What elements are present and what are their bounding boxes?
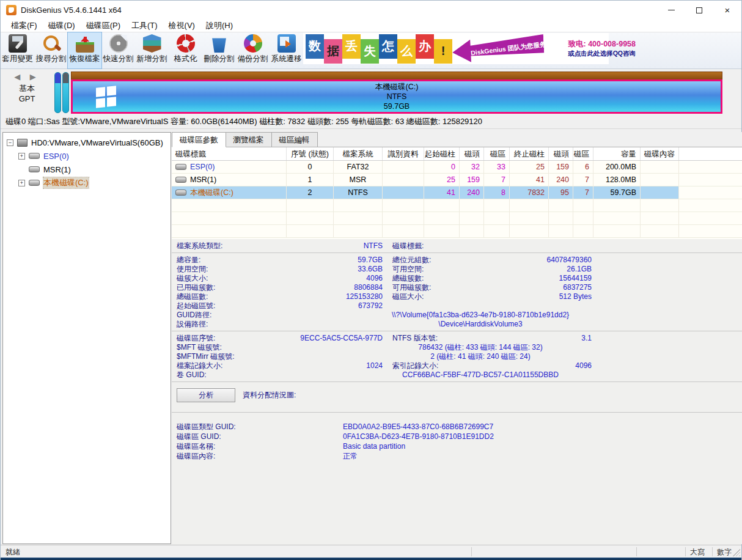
resize-grip[interactable]	[733, 549, 740, 556]
disk-type-label: 基本	[1, 83, 53, 94]
menu-item-3[interactable]: 工具(T)	[126, 19, 163, 32]
column-header[interactable]: 起始磁柱	[424, 147, 460, 160]
cell-content	[641, 161, 679, 173]
menu-item-4[interactable]: 檢視(V)	[163, 19, 200, 32]
close-button[interactable]: ×	[713, 1, 741, 20]
search-partition-icon	[42, 34, 61, 53]
system-migrate-button[interactable]: 系統遷移	[270, 32, 303, 68]
column-header[interactable]: 磁頭	[460, 147, 484, 160]
ad-qq-link[interactable]: 或点击此处选择QQ咨询	[544, 50, 636, 58]
partition-capsule-msr[interactable]	[62, 72, 69, 113]
tree-item-esp[interactable]: +ESP(0)	[3, 149, 171, 163]
minimize-button[interactable]	[657, 1, 685, 20]
detail-label: 索引記錄大小:	[383, 361, 474, 370]
quick-partition-button[interactable]: 快速分割	[101, 32, 135, 68]
cell-fs: FAT32	[334, 161, 383, 173]
tree-item-label: 本機磁碟(C:)	[43, 177, 89, 188]
table-row-local-c[interactable]: 本機磁碟(C:)2NTFS412408783295759.7GB	[172, 186, 742, 199]
expand-icon[interactable]: +	[18, 153, 25, 160]
table-row-msr[interactable]: MSR(1)1MSR251597412407128.0MB	[172, 174, 742, 186]
tab-sector-edit[interactable]: 磁區編輯	[272, 132, 318, 147]
delete-partition-icon	[210, 34, 229, 53]
analyze-button[interactable]: 分析	[177, 388, 235, 402]
empty-cell	[484, 225, 510, 237]
partition-icon	[175, 190, 186, 196]
ad-arrow: DiskGenius 团队为您服务	[452, 36, 544, 62]
menu-item-2[interactable]: 磁碟區(P)	[81, 19, 126, 32]
disk-strip[interactable]	[71, 72, 722, 80]
status-ready: 就緒	[6, 547, 20, 558]
column-header[interactable]: 容量	[593, 147, 641, 160]
empty-cell	[460, 212, 484, 224]
menu-item-5[interactable]: 說明(H)	[200, 19, 238, 32]
empty-cell	[460, 199, 484, 212]
detail-row: 卷 GUID:CCF66BAC-F5BF-477D-BC57-C1A01155D…	[172, 370, 742, 380]
empty-cell	[334, 212, 383, 224]
apply-changes-button[interactable]: 套用變更	[1, 32, 34, 68]
detail-label: GUID路徑:	[172, 311, 276, 320]
ad-banner[interactable]: 数据丢失怎么办! DiskGenius 团队为您服务 致电: 400-008-9…	[303, 33, 609, 64]
right-panel: 磁碟區參數 瀏覽檔案 磁區編輯 磁碟標籤序號 (狀態)檔案系統識別資料起始磁柱磁…	[172, 132, 742, 544]
detail-row: 已用磁簇數:8806884可用磁簇數:6837275	[172, 283, 742, 292]
search-partition-button[interactable]: 搜尋分割	[34, 32, 68, 68]
detail-row: 磁碟區名稱:Basic data partition	[172, 441, 742, 451]
details-section-ntfs: 磁碟區序號:9ECC-5AC5-CC5A-977DNTFS 版本號:3.1$MF…	[172, 331, 742, 382]
detail-label: 總磁區數:	[172, 292, 276, 301]
ad-contact[interactable]: 致电: 400-008-9958 或点击此处选择QQ咨询	[544, 39, 636, 58]
details-section-analyze: 分析 資料分配情況圖:	[172, 382, 742, 413]
backup-partition-icon	[244, 34, 262, 53]
cell-ec: 25	[510, 161, 549, 173]
tab-browse-files[interactable]: 瀏覽檔案	[226, 132, 272, 147]
tab-bar: 磁碟區參數 瀏覽檔案 磁區編輯	[172, 132, 742, 147]
tree-item-msr[interactable]: MSR(1)	[3, 163, 171, 176]
disk-nav-arrows[interactable]: ◀ ▶	[1, 72, 53, 81]
column-header[interactable]: 磁碟內容	[641, 147, 679, 160]
toolbar-button-label: 搜尋分割	[36, 54, 67, 64]
partition-capsule-esp[interactable]	[54, 72, 61, 113]
column-header[interactable]: 檔案系統	[334, 147, 383, 160]
new-partition-button[interactable]: 新增分割	[135, 32, 169, 68]
column-header[interactable]: 終止磁柱	[510, 147, 549, 160]
backup-partition-button[interactable]: 備份分割	[236, 32, 270, 68]
menu-item-0[interactable]: 檔案(F)	[6, 19, 43, 32]
cell-serial: 0	[287, 161, 334, 173]
column-header[interactable]: 磁區	[573, 147, 593, 160]
column-header[interactable]: 磁頭	[549, 147, 573, 160]
recover-files-icon	[76, 34, 94, 53]
maximize-button[interactable]	[685, 1, 713, 20]
column-header[interactable]: 磁區	[484, 147, 510, 160]
cell-label: ESP(0)	[172, 161, 287, 173]
column-header[interactable]: 磁碟標籤	[172, 147, 287, 160]
empty-cell	[549, 225, 573, 237]
detail-row: GUID路徑:\\?\Volume{0fa1c3ba-d623-4e7b-918…	[172, 311, 742, 320]
detail-value: 26.1GB	[474, 265, 592, 274]
expand-icon[interactable]: +	[18, 180, 25, 186]
delete-partition-button[interactable]: 刪除分割	[202, 32, 236, 68]
detail-value: 4096	[474, 361, 592, 370]
recover-files-button[interactable]: 恢復檔案	[68, 32, 101, 68]
disk-scheme-label: GPT	[1, 94, 53, 104]
empty-cell	[460, 225, 484, 237]
detail-value	[474, 241, 592, 251]
hard-disk-icon	[17, 139, 28, 147]
tab-partition-params[interactable]: 磁碟區參數	[172, 132, 226, 147]
partition-bar-c[interactable]: 本機磁碟(C:) NTFS 59.7GB	[71, 79, 722, 114]
menu-item-1[interactable]: 磁碟(D)	[43, 19, 81, 32]
table-row-esp[interactable]: ESP(0)0FAT3203233251596200.0MB	[172, 161, 742, 174]
tree-item-local-c[interactable]: +本機磁碟(C:)	[3, 176, 171, 190]
detail-label: 總磁簇數:	[383, 274, 474, 283]
column-header[interactable]: 序號 (狀態)	[287, 147, 334, 160]
tree-item-disk-hd0[interactable]: −HD0:VMware,VMwareVirtualS(60GB)	[3, 136, 171, 149]
detail-label: 總容量:	[172, 256, 276, 265]
collapse-icon[interactable]: −	[7, 139, 13, 146]
empty-cell	[287, 212, 334, 224]
format-button[interactable]: 格式化	[169, 32, 202, 68]
cell-ec: 7832	[510, 186, 549, 199]
cell-eh: 159	[549, 161, 573, 173]
cell-ss: 33	[484, 161, 510, 173]
column-header[interactable]: 識別資料	[383, 147, 424, 160]
ad-tile: !	[434, 39, 452, 64]
cell-ec: 41	[510, 174, 549, 186]
detail-label	[383, 301, 474, 311]
cell-serial: 2	[287, 186, 334, 199]
